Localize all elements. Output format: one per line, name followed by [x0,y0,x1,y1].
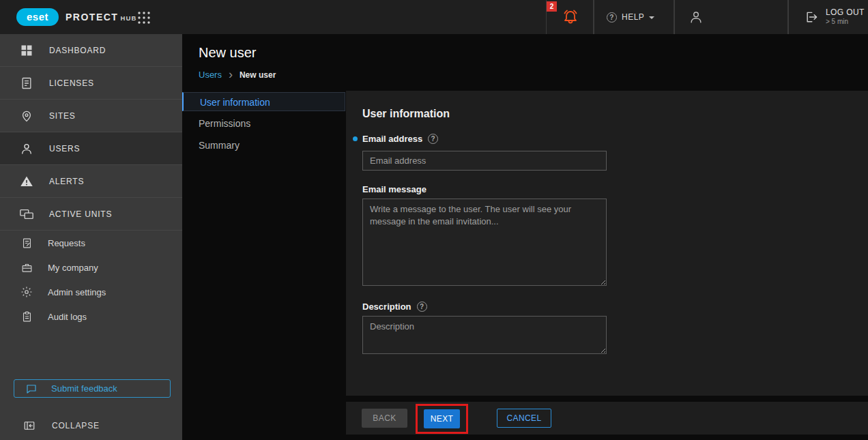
sidebar-item-label: Admin settings [48,287,106,297]
feedback-chat-icon [24,381,39,396]
sites-icon [19,108,34,123]
wizard-steps: User information Permissions Summary [182,92,345,158]
alerts-icon [19,174,34,189]
sidebar-item-users[interactable]: USERS [0,132,182,165]
sidebar-item-label: USERS [49,144,80,153]
logout-timer: > 5 min [826,18,865,27]
sidebar: DASHBOARD LICENSES SITES [0,34,182,440]
required-dot [353,136,358,141]
logout-icon [804,10,819,25]
user-information-panel: User information Email address Email mes… [346,91,868,396]
sidebar-item-label: Audit logs [48,312,87,322]
breadcrumb: Users New user [199,69,276,80]
sidebar-item-dashboard[interactable]: DASHBOARD [0,34,182,67]
description-field[interactable] [362,316,607,354]
step-summary[interactable]: Summary [182,136,345,155]
sidebar-item-label: ALERTS [49,177,84,186]
sidebar-item-requests[interactable]: Requests [0,231,182,255]
eset-logo[interactable]: eset [16,8,59,26]
collapse-icon [22,418,37,433]
active-units-icon [19,207,34,222]
back-button[interactable]: BACK [362,409,407,428]
next-button[interactable]: NEXT [424,409,460,428]
email-address-field[interactable] [362,151,607,171]
section-title: User information [362,108,450,120]
users-icon [19,141,34,156]
requests-icon [20,235,33,250]
breadcrumb-current: New user [240,70,276,80]
help-circle-icon [607,12,617,23]
sidebar-item-label: DASHBOARD [49,46,106,55]
sidebar-item-sites[interactable]: SITES [0,100,182,132]
help-button[interactable]: HELP [594,0,674,34]
sidebar-item-label: Requests [48,238,85,248]
step-permissions[interactable]: Permissions [182,114,345,133]
sidebar-item-alerts[interactable]: ALERTS [0,165,182,198]
logout-label: LOG OUT [826,8,865,18]
sidebar-item-label: My company [48,263,98,273]
logout-button[interactable]: LOG OUT > 5 min [788,0,868,34]
chevron-right-icon [229,69,233,80]
help-label: HELP [622,12,644,22]
company-icon [20,260,33,275]
email-message-label: Email message [362,184,426,194]
sidebar-item-label: ACTIVE UNITS [49,209,112,219]
help-circle-icon[interactable] [428,134,438,144]
app-window: eset PROTECTHUB 2 [0,0,868,440]
description-label: Description [362,302,427,312]
account-button[interactable] [674,0,788,34]
sidebar-item-licenses[interactable]: LICENSES [0,67,182,100]
email-address-label: Email address [362,134,438,144]
email-message-field[interactable] [362,199,607,286]
sidebar-item-label: LICENSES [49,78,94,88]
apps-grid-icon[interactable] [136,10,151,25]
alarm-bell-icon [561,8,580,29]
notification-badge: 2 [547,1,557,12]
annotation-highlight-box: NEXT [416,404,468,434]
help-circle-icon[interactable] [417,302,427,312]
gear-icon [20,284,33,299]
licenses-icon [19,76,34,91]
dashboard-icon [19,43,34,58]
sidebar-item-audit-logs[interactable]: Audit logs [0,304,182,329]
collapse-button[interactable]: COLLAPSE [0,416,182,435]
step-user-information[interactable]: User information [182,92,345,111]
collapse-label: COLLAPSE [52,421,100,430]
cancel-button[interactable]: CANCEL [497,409,551,428]
audit-icon [20,309,33,324]
action-bar: BACK NEXT CANCEL [346,402,868,435]
sidebar-item-label: SITES [49,111,76,121]
sidebar-item-admin-settings[interactable]: Admin settings [0,280,182,304]
sidebar-item-my-company[interactable]: My company [0,255,182,280]
feedback-label: Submit feedback [51,383,117,394]
notifications-button[interactable]: 2 [546,0,594,34]
chevron-down-icon [649,16,654,19]
breadcrumb-users-link[interactable]: Users [199,70,222,80]
submit-feedback-button[interactable]: Submit feedback [14,379,171,398]
page-title: New user [199,45,256,61]
product-name: PROTECTHUB [66,12,137,23]
main-content: New user Users New user User information… [182,34,868,440]
person-icon [689,10,704,27]
topbar: eset PROTECTHUB 2 [0,0,868,34]
sidebar-item-active-units[interactable]: ACTIVE UNITS [0,198,182,231]
